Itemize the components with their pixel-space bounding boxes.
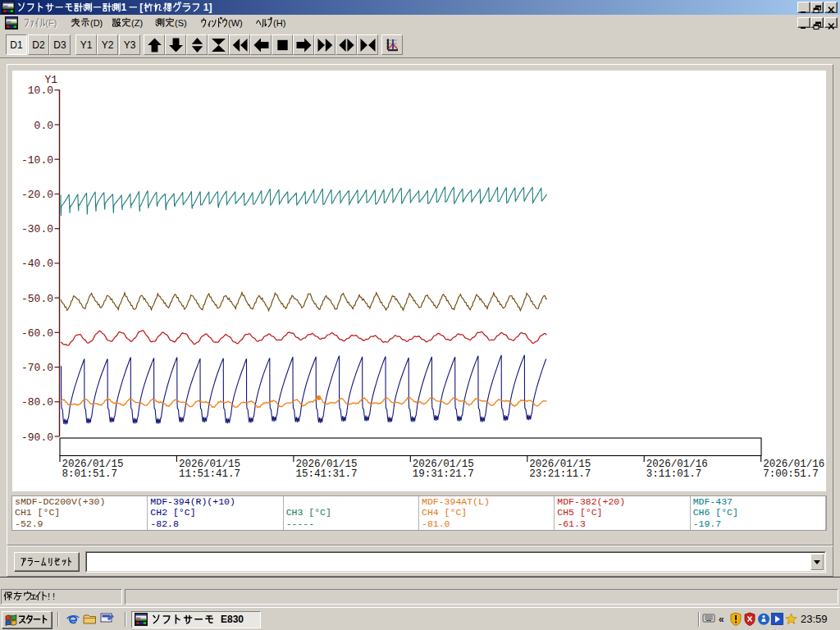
svg-text:(H): (H) [273,18,285,28]
svg-text:23:21:11.7: 23:21:11.7 [529,468,591,480]
svg-text:3:11:01.7: 3:11:01.7 [646,468,702,480]
svg-text:E830: E830 [221,614,244,625]
svg-text:«: « [719,614,724,625]
svg-text:19:31:21.7: 19:31:21.7 [413,468,474,480]
svg-text:7:00:51.7: 7:00:51.7 [763,468,819,480]
svg-text:15:41:31.7: 15:41:31.7 [295,468,357,480]
